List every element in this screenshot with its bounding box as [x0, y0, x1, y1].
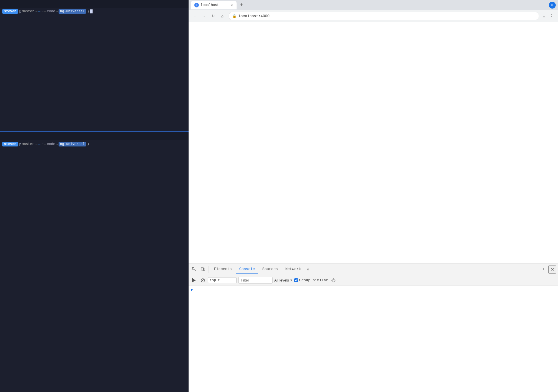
bookmark-star-icon[interactable]: ☆: [541, 12, 547, 20]
browser-tab-bar: ⚙ localhost ✕ + S: [189, 0, 558, 10]
console-levels-arrow-icon: ▼: [290, 279, 293, 282]
prompt-arrow1-bottom: →: [38, 142, 40, 146]
tab-elements[interactable]: Elements: [211, 265, 235, 274]
svg-point-3: [202, 270, 203, 271]
terminal-top-prompt[interactable]: steven ϸ master ~ → ~ → code → ng-univer…: [0, 8, 189, 15]
console-levels-button[interactable]: All levels ▼: [274, 278, 293, 282]
reload-button[interactable]: ↻: [209, 12, 217, 20]
address-text: localhost:4000: [238, 14, 535, 18]
console-block-button[interactable]: [199, 277, 206, 284]
terminal-bottom: steven ϸ master ~ → ~ → code → ng-univer…: [0, 132, 189, 392]
prompt-sep1-top: ~: [35, 9, 38, 14]
new-tab-button[interactable]: +: [238, 2, 245, 9]
devtools-more-tabs-button[interactable]: »: [305, 266, 311, 273]
tab-close-button[interactable]: ✕: [231, 3, 233, 8]
prompt-branch-icon-bottom: ϸ: [19, 142, 21, 146]
tab-network[interactable]: Network: [282, 265, 305, 274]
prompt-char-top: ❯: [87, 9, 89, 14]
terminal-panel: steven ϸ master ~ → ~ → code → ng-univer…: [0, 0, 189, 392]
tab-console[interactable]: Console: [236, 265, 258, 274]
group-similar-checkbox[interactable]: [294, 278, 298, 282]
console-toolbar: top ▼ All levels ▼ Group similar: [189, 275, 558, 286]
browser-viewport: [189, 22, 558, 264]
console-group-similar: Group similar: [294, 278, 328, 282]
prompt-branch-bottom: master: [22, 142, 34, 146]
svg-point-8: [333, 280, 334, 281]
devtools-right-buttons: ⋮ ✕: [540, 266, 556, 274]
prompt-sep3-bottom: →: [56, 142, 58, 146]
prompt-sep1-bottom: ~: [35, 142, 38, 146]
devtools-device-button[interactable]: [199, 266, 207, 274]
console-play-button[interactable]: [191, 277, 198, 284]
devtools-more-options-button[interactable]: ⋮: [540, 266, 548, 274]
devtools-inspect-button[interactable]: [190, 266, 198, 274]
tab-favicon: ⚙: [194, 3, 199, 7]
lock-icon: 🔒: [232, 14, 237, 18]
console-filter-input[interactable]: [238, 277, 273, 284]
prompt-branch-top: master: [22, 9, 34, 13]
svg-marker-4: [193, 279, 196, 282]
prompt-char-bottom: ❯: [87, 142, 89, 146]
prompt-path1-top: ~: [41, 9, 43, 13]
prompt-sep2-top: →: [44, 9, 47, 14]
prompt-path2-top: code: [47, 9, 55, 13]
console-context-arrow: ▼: [218, 279, 219, 282]
browser-chrome: ⚙ localhost ✕ + S ← → ↻ ⌂ 🔒 localhost:40…: [189, 0, 558, 22]
terminal-bottom-prompt[interactable]: steven ϸ master ~ → ~ → code → ng-univer…: [0, 140, 189, 148]
tab-sources[interactable]: Sources: [259, 265, 281, 274]
tab-title: localhost: [201, 3, 229, 7]
devtools-panel: Elements Console Sources Network » ⋮ ✕: [189, 264, 558, 392]
devtools-divider-1: [209, 266, 209, 273]
back-button[interactable]: ←: [191, 12, 199, 20]
console-context-selector[interactable]: top ▼: [208, 277, 237, 283]
prompt-dir-top: ng-universal: [59, 9, 86, 14]
console-settings-button[interactable]: [330, 277, 337, 284]
devtools-close-button[interactable]: ✕: [548, 266, 556, 274]
prompt-path1-bottom: ~: [41, 142, 43, 146]
browser-controls: ← → ↻ ⌂ 🔒 localhost:4000 ☆ ⋮: [189, 10, 558, 22]
browser-settings-button[interactable]: ⋮: [548, 12, 556, 20]
group-similar-label: Group similar: [299, 278, 328, 282]
console-levels-label: All levels: [274, 278, 289, 282]
console-chevron-icon[interactable]: ►: [191, 288, 193, 292]
prompt-dir-bottom: ng-universal: [59, 142, 86, 146]
prompt-arrow1-top: →: [38, 9, 40, 14]
chrome-user-avatar[interactable]: S: [549, 2, 556, 9]
console-context-value: top: [209, 278, 216, 282]
favicon-letter: ⚙: [196, 4, 197, 7]
prompt-sep3-top: →: [56, 9, 58, 14]
svg-rect-5: [192, 278, 193, 282]
svg-rect-0: [192, 268, 194, 269]
forward-button[interactable]: →: [200, 12, 208, 20]
home-button[interactable]: ⌂: [218, 12, 226, 20]
terminal-bottom-tab-bar: [0, 132, 189, 140]
svg-line-7: [201, 279, 204, 282]
prompt-sep2-bottom: →: [44, 142, 47, 146]
terminal-cursor-top: [90, 9, 93, 13]
console-content: ►: [189, 286, 558, 392]
browser-tab-localhost[interactable]: ⚙ localhost ✕: [191, 1, 237, 9]
terminal-top-tab-bar: [0, 0, 189, 8]
browser-panel: ⚙ localhost ✕ + S ← → ↻ ⌂ 🔒 localhost:40…: [189, 0, 558, 392]
terminal-top: steven ϸ master ~ → ~ → code → ng-univer…: [0, 0, 189, 131]
prompt-branch-icon-top: ϸ: [19, 9, 21, 14]
address-bar[interactable]: 🔒 localhost:4000: [229, 12, 539, 20]
prompt-path2-bottom: code: [47, 142, 55, 146]
devtools-toolbar: Elements Console Sources Network » ⋮ ✕: [189, 264, 558, 275]
svg-rect-2: [204, 268, 205, 270]
prompt-user-bottom: steven: [2, 142, 18, 146]
prompt-user-top: steven: [2, 9, 18, 14]
